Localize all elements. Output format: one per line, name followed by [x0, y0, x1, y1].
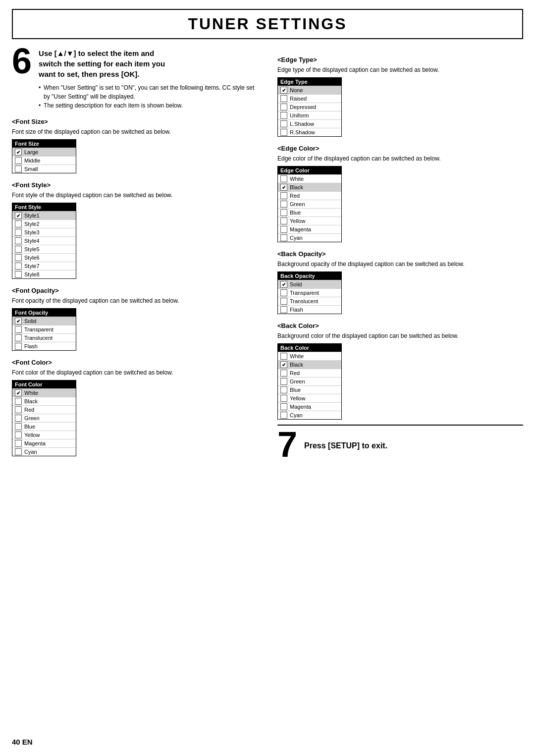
font-color-row-cyan: Cyan [12, 447, 76, 456]
back-color-row-cyan: Cyan [278, 411, 341, 419]
font-color-title: <Font Color> [12, 359, 258, 366]
back-opacity-row-transparent: Transparent [278, 288, 341, 297]
back-color-table: Back Color White ✔ Black Red Green [277, 343, 342, 420]
font-color-desc: Font color of the displayed caption can … [12, 368, 258, 377]
edge-color-row-cyan: Cyan [278, 233, 341, 242]
font-size-section: <Font Size> Font size of the displayed c… [12, 118, 258, 173]
step6-text: Use [▲/▼] to select the item and switch … [39, 48, 258, 110]
font-size-check-large: ✔ [15, 149, 22, 156]
font-opacity-title: <Font Opacity> [12, 287, 258, 294]
edge-type-title: <Edge Type> [277, 56, 523, 63]
edge-color-row-green: Green [278, 200, 341, 208]
font-size-label-small: Small [24, 166, 38, 172]
back-color-section: <Back Color> Background color of the dis… [277, 322, 523, 420]
back-opacity-section: <Back Opacity> Background opacity of the… [277, 250, 523, 314]
back-color-row-yellow: Yellow [278, 394, 341, 402]
edge-color-table: Edge Color White ✔ Black Red Green [277, 166, 342, 242]
back-opacity-desc: Background opacity of the displayed capt… [277, 260, 523, 269]
back-color-row-red: Red [278, 369, 341, 377]
font-color-section: <Font Color> Font color of the displayed… [12, 359, 258, 456]
edge-type-row-raised: Raised [278, 94, 341, 103]
font-color-row-white: ✔ White [12, 388, 76, 397]
back-color-title: <Back Color> [277, 322, 523, 329]
back-color-row-blue: Blue [278, 385, 341, 394]
edge-color-row-white: White [278, 174, 341, 183]
font-size-row-small: Small [12, 164, 76, 173]
edge-type-table-header: Edge Type [278, 78, 341, 86]
back-opacity-row-solid: ✔ Solid [278, 280, 341, 288]
font-size-label-large: Large [24, 149, 38, 155]
back-opacity-row-flash: Flash [278, 305, 341, 314]
font-style-table-header: Font Style [12, 203, 76, 211]
font-style-table: Font Style ✔ Style1 Style2 Style3 Style4 [12, 203, 76, 279]
edge-type-section: <Edge Type> Edge type of the displayed c… [277, 56, 523, 137]
edge-color-section: <Edge Color> Edge color of the displayed… [277, 145, 523, 242]
font-style-row-style7: Style7 [12, 262, 76, 270]
font-opacity-row-solid: ✔ Solid [12, 317, 76, 325]
font-size-check-small [15, 165, 22, 172]
font-size-title: <Font Size> [12, 118, 258, 125]
page-header: TUNER SETTINGS [12, 9, 523, 39]
font-size-row-middle: Middle [12, 156, 76, 164]
font-color-row-yellow: Yellow [12, 431, 76, 439]
font-opacity-table: Font Opacity ✔ Solid Transparent Translu… [12, 308, 76, 351]
font-color-table-header: Font Color [12, 380, 76, 388]
edge-color-row-black: ✔ Black [278, 183, 341, 191]
back-opacity-title: <Back Opacity> [277, 250, 523, 258]
font-style-desc: Font style of the displayed caption can … [12, 191, 258, 200]
step6-heading: Use [▲/▼] to select the item and switch … [39, 48, 258, 79]
font-size-check-middle [15, 157, 22, 164]
font-style-title: <Font Style> [12, 181, 258, 189]
font-size-desc: Font size of the displayed caption can b… [12, 127, 258, 136]
edge-type-row-rshadow: R.Shadow [278, 128, 341, 136]
font-size-row-large: ✔ Large [12, 148, 76, 156]
font-size-table-header: Font Size [12, 140, 76, 148]
back-opacity-row-translucent: Translucent [278, 297, 341, 305]
font-color-row-green: Green [12, 414, 76, 422]
font-opacity-row-flash: Flash [12, 342, 76, 350]
step7-block: 7 Press [SETUP] to exit. [277, 425, 523, 462]
font-style-row-style8: Style8 [12, 270, 76, 278]
step6-bullets: When "User Setting" is set to "ON", you … [39, 83, 258, 110]
edge-type-row-uniform: Uniform [278, 111, 341, 119]
font-opacity-table-header: Font Opacity [12, 309, 76, 317]
edge-color-title: <Edge Color> [277, 145, 523, 152]
font-size-table: Font Size ✔ Large Middle Small [12, 139, 76, 173]
edge-type-row-depressed: Depressed [278, 103, 341, 111]
step6-bullet-1: When "User Setting" is set to "ON", you … [39, 83, 258, 101]
font-style-check-style1: ✔ [15, 212, 22, 219]
font-opacity-row-transparent: Transparent [12, 325, 76, 333]
step7-number: 7 [277, 427, 297, 462]
font-color-row-magenta: Magenta [12, 439, 76, 447]
edge-color-desc: Edge color of the displayed caption can … [277, 154, 523, 163]
step6-bullet-2: The setting description for each item is… [39, 101, 258, 110]
back-color-row-white: White [278, 352, 341, 360]
page-footer: 40 EN [12, 738, 33, 746]
font-opacity-desc: Font opacity of the displayed caption ca… [12, 296, 258, 305]
edge-color-row-yellow: Yellow [278, 216, 341, 225]
edge-color-row-magenta: Magenta [278, 225, 341, 233]
edge-type-row-lshadow: L.Shadow [278, 119, 341, 128]
font-style-row-style6: Style6 [12, 253, 76, 262]
font-style-row-style4: Style4 [12, 236, 76, 245]
edge-type-desc: Edge type of the displayed caption can b… [277, 65, 523, 74]
edge-color-row-blue: Blue [278, 208, 341, 216]
back-opacity-table: Back Opacity ✔ Solid Transparent Translu… [277, 271, 342, 314]
step7-text: Press [SETUP] to exit. [304, 441, 387, 450]
font-color-table: Font Color ✔ White Black Red Green [12, 380, 76, 456]
font-color-row-blue: Blue [12, 422, 76, 431]
font-color-row-red: Red [12, 405, 76, 414]
back-color-table-header: Back Color [278, 344, 341, 352]
edge-color-table-header: Edge Color [278, 166, 341, 174]
back-opacity-table-header: Back Opacity [278, 272, 341, 280]
step6-block: 6 Use [▲/▼] to select the item and switc… [12, 48, 258, 110]
font-style-row-style1: ✔ Style1 [12, 211, 76, 219]
font-style-row-style3: Style3 [12, 228, 76, 236]
font-style-section: <Font Style> Font style of the displayed… [12, 181, 258, 279]
back-color-row-black: ✔ Black [278, 360, 341, 369]
step6-number: 6 [12, 43, 32, 79]
font-style-row-style2: Style2 [12, 219, 76, 228]
back-color-row-magenta: Magenta [278, 402, 341, 411]
page-title: TUNER SETTINGS [13, 15, 522, 33]
content-area: 6 Use [▲/▼] to select the item and switc… [12, 48, 523, 462]
